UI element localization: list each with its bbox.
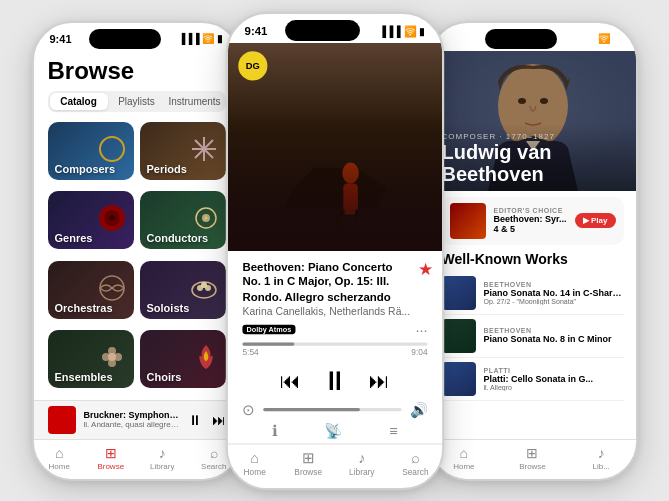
work-composer-1: BEETHOVEN <box>484 327 624 334</box>
wifi-icon: 🛜 <box>202 33 214 44</box>
nav-library-3[interactable]: ♪ Lib... <box>581 445 621 471</box>
pause-button[interactable]: ⏸ <box>188 412 202 428</box>
phone-composer: 9:41 ▐▐▐ 🛜 ▮ <box>428 21 638 481</box>
nav-home-3[interactable]: ⌂ Home <box>444 445 484 471</box>
grid-item-genres[interactable]: Genres <box>48 191 134 249</box>
work-item-1[interactable]: BEETHOVEN Piano Sonata No. 8 in C Minor <box>442 315 624 358</box>
home-icon-3: ⌂ <box>460 445 468 461</box>
rewind-button[interactable]: ⏮ <box>279 369 300 393</box>
work-item-0[interactable]: BEETHOVEN Piano Sonata No. 14 in C-Sharp… <box>442 272 624 315</box>
ec-text: EDITOR'S CHOICE Beethoven: Syr... 4 & 5 <box>494 207 567 234</box>
browse-grid: Composers Periods <box>34 116 240 400</box>
nav-browse-label-3: Browse <box>519 462 546 471</box>
total-time: 9:04 <box>411 347 427 356</box>
grid-item-soloists[interactable]: Soloists <box>140 261 226 319</box>
work-item-2[interactable]: PLATTI Platti: Cello Sonata in G... ll. … <box>442 358 624 401</box>
dynamic-island-1 <box>89 29 161 49</box>
browse-title: Browse <box>48 57 226 85</box>
bottom-nav-2: ⌂ Home ⊞ Browse ♪ Library ⌕ Search <box>227 443 441 485</box>
grid-item-conductors[interactable]: Conductors <box>140 191 226 249</box>
dynamic-island-2 <box>285 20 360 41</box>
browse-content: Browse Catalog Playlists Instruments Com… <box>34 51 240 479</box>
nav-library-label: Library <box>150 462 174 471</box>
work-art-2 <box>442 362 476 396</box>
library-icon-2: ♪ <box>358 449 365 466</box>
nav-browse[interactable]: ⊞ Browse <box>91 445 131 471</box>
progress-bar-fill <box>242 342 294 345</box>
album-figure: DG <box>227 43 441 251</box>
volume-bar[interactable] <box>263 408 401 411</box>
asterisk-icon <box>190 135 218 167</box>
editors-choice-card[interactable]: EDITOR'S CHOICE Beethoven: Syr... 4 & 5 … <box>442 197 624 245</box>
tab-catalog[interactable]: Catalog <box>50 93 108 110</box>
composer-hero: ‹ COMPOSER · 1770–1827 Ludwig van Beetho… <box>430 51 636 191</box>
signal-icon-3: ▐▐▐ <box>574 33 595 44</box>
track-title: Beethoven: Piano Concerto No. 1 in C Maj… <box>242 259 410 304</box>
nav-library-2[interactable]: ♪ Library <box>340 449 382 476</box>
volume-fill <box>263 408 360 411</box>
progress-times: 5:54 9:04 <box>242 347 427 356</box>
now-playing-bar[interactable]: Bruckner: Symphony No. 4 l... ll. Andant… <box>34 400 240 439</box>
svg-point-21 <box>108 353 116 361</box>
home-icon: ⌂ <box>55 445 63 461</box>
next-button[interactable]: ⏭ <box>212 412 226 428</box>
grid-item-choirs[interactable]: Choirs <box>140 330 226 388</box>
volume-max-icon[interactable]: 🔊 <box>409 401 427 418</box>
now-playing-artist: ll. Andante, quasi allegretto... <box>84 420 180 429</box>
work-text-0: BEETHOVEN Piano Sonata No. 14 in C-Sharp… <box>484 281 624 305</box>
progress-area[interactable]: 5:54 9:04 <box>227 338 441 361</box>
nav-search-label: Search <box>201 462 226 471</box>
more-options-button[interactable]: ··· <box>415 321 427 338</box>
player-content: DG <box>227 43 441 488</box>
status-bar-1: 9:41 ▐▐▐ 🛜 ▮ <box>34 23 240 51</box>
grid-item-periods[interactable]: Periods <box>140 122 226 180</box>
favorite-button[interactable]: ★ <box>418 259 433 279</box>
nav-browse-2[interactable]: ⊞ Browse <box>287 449 329 476</box>
progress-bar-bg[interactable] <box>242 342 427 345</box>
work-title-1: Piano Sonata No. 8 in C Minor <box>484 334 624 344</box>
airplay2-button[interactable]: 📡 <box>324 422 342 439</box>
nav-home-2[interactable]: ⌂ Home <box>233 449 275 476</box>
browse-header: Browse Catalog Playlists Instruments <box>34 51 240 116</box>
work-composer-2: PLATTI <box>484 367 624 374</box>
nav-home-label: Home <box>49 462 70 471</box>
grid-item-composers[interactable]: Composers <box>48 122 134 180</box>
status-bar-2: 9:41 ▐▐▐ 🛜 ▮ <box>227 13 441 42</box>
nav-library-label-2: Library <box>349 467 374 476</box>
current-time: 5:54 <box>242 347 258 356</box>
status-icons-2: ▐▐▐ 🛜 ▮ <box>378 24 425 35</box>
track-artist: Karina Canellakis, Netherlands Rä... <box>242 306 410 317</box>
nav-browse-label: Browse <box>97 462 124 471</box>
nav-home-label-3: Home <box>453 462 474 471</box>
nav-library[interactable]: ♪ Library <box>142 445 182 471</box>
svg-point-29 <box>540 98 548 104</box>
work-title-2: Platti: Cello Sonata in G... <box>484 374 624 384</box>
status-icons-3: ▐▐▐ 🛜 ▮ <box>574 33 619 44</box>
nav-home[interactable]: ⌂ Home <box>39 445 79 471</box>
grid-item-ensembles[interactable]: Ensembles <box>48 330 134 388</box>
play-pause-button[interactable]: ⏸ <box>321 365 348 397</box>
flame-icon <box>194 343 218 375</box>
dynamic-island-3 <box>485 29 557 49</box>
time-2: 9:41 <box>244 24 267 36</box>
work-art-0 <box>442 276 476 310</box>
info-button[interactable]: ℹ <box>272 422 277 439</box>
browse-icon: ⊞ <box>105 445 117 461</box>
search-icon: ⌕ <box>210 445 218 461</box>
player-controls: ⏮ ⏸ ⏭ <box>227 361 441 402</box>
player-meta: Dolby Atmos ··· <box>227 321 441 338</box>
grid-item-orchestras[interactable]: Orchestras <box>48 261 134 319</box>
well-known-title: Well-Known Works <box>442 251 624 267</box>
composer-content: ‹ COMPOSER · 1770–1827 Ludwig van Beetho… <box>430 51 636 479</box>
queue-button[interactable]: ≡ <box>389 422 397 439</box>
nav-search-2[interactable]: ⌕ Search <box>394 449 436 476</box>
ec-play-button[interactable]: ▶ Play <box>575 213 616 228</box>
nav-browse-3[interactable]: ⊞ Browse <box>512 445 552 471</box>
dg-logo: DG <box>238 51 267 80</box>
airplay-icon[interactable]: ⊙ <box>242 401 254 418</box>
work-composer-0: BEETHOVEN <box>484 281 624 288</box>
tab-playlists[interactable]: Playlists <box>108 93 166 110</box>
tab-instruments[interactable]: Instruments <box>166 93 224 110</box>
piano-figure-overlay <box>227 115 441 250</box>
fast-forward-button[interactable]: ⏭ <box>369 369 390 393</box>
